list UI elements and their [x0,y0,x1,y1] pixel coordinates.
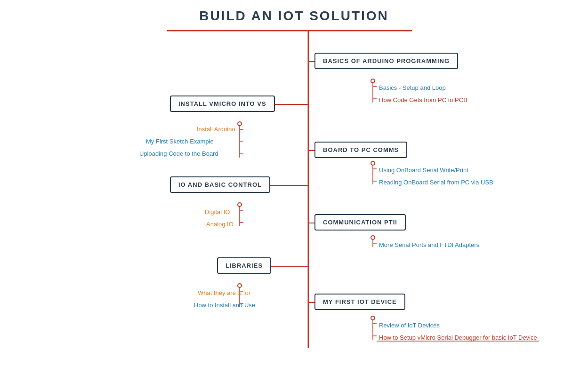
uploading-code-link[interactable]: Uploading Code to the Board [139,150,218,157]
main-title: BUILD AN IOT SOLUTION [199,8,389,24]
how-code-gets-text[interactable]: How Code Gets from PC to PCB [379,96,467,103]
first-sketch-link[interactable]: My First Sketch Example [146,138,214,145]
iot-dot [371,316,375,320]
serial-ports-link[interactable]: More Serial Ports and FTDI Adapters [379,241,479,248]
basics-dot [371,79,375,83]
communication-box: COMMUNICATION PTII [314,214,406,231]
review-iot-link[interactable]: Review of IoT Devices [379,322,440,329]
io-dot [237,202,242,207]
diagram: BUILD AN IOT SOLUTION [0,0,588,390]
libraries-dot [237,283,242,288]
board-pc-box: BOARD TO PC COMMS [314,142,407,158]
setup-vmicro-debugger-link[interactable]: How to Setup vMicro Serial Debugger for … [379,334,537,341]
reading-serial-link[interactable]: Reading OnBoard Serial from PC via USB [379,179,493,186]
install-arduino-link[interactable]: Install Arduino [197,126,235,133]
io-basic-box: IO AND BASIC CONTROL [170,176,270,193]
analog-io-link[interactable]: Analog IO [206,221,234,228]
my-first-iot-box: MY FIRST IOT DEVICE [314,294,405,310]
serial-write-link[interactable]: Using OnBoard Serial Write/Print [379,167,468,174]
basics-setup-loop-link[interactable]: Basics - Setup and Loop [379,84,446,91]
install-vmicro-dot [237,121,242,126]
communication-dot [371,235,375,240]
what-they-are-link[interactable]: What they are & for [198,289,250,296]
install-vmicro-box: INSTALL VMICRO INTO VS [170,96,275,112]
connector-lines [0,0,588,390]
basics-arduino-box: BASICS OF ARDUINO PROGRAMMING [314,53,458,69]
digital-io-link[interactable]: Digital IO [205,208,230,215]
libraries-box: LIBRARIES [217,257,271,274]
board-pc-dot [371,161,375,166]
how-to-install-link[interactable]: How to Install and Use [194,302,255,309]
